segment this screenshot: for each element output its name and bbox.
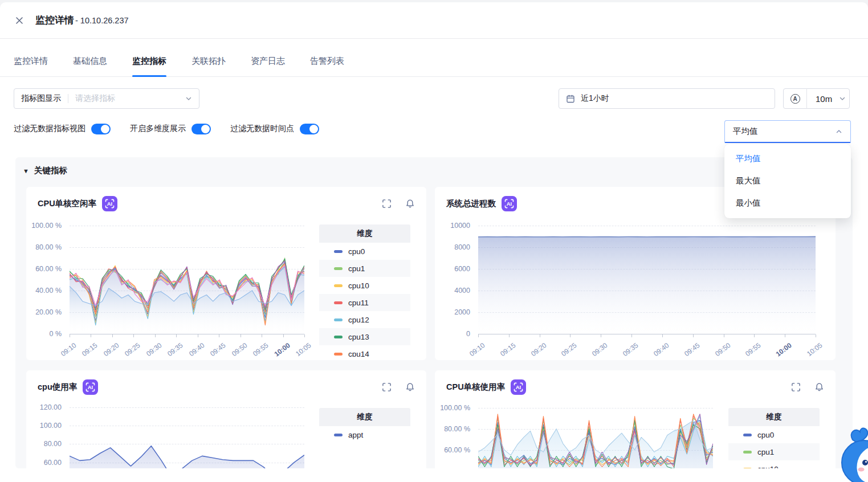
- legend-row-cpu0[interactable]: cpu0: [728, 426, 820, 443]
- metric-select-placeholder: 请选择指标: [75, 93, 185, 104]
- x-tick-label: 09:50: [230, 341, 248, 358]
- card-title-row: cpu使用率 AI: [38, 378, 415, 395]
- card-title-row: CPU单核使用率 AI: [446, 378, 824, 395]
- series-color-swatch: [743, 434, 752, 436]
- x-tick-label: 09:20: [529, 341, 548, 358]
- legend-row-cpu10[interactable]: cpu10: [319, 277, 410, 294]
- legend-row-cpu12[interactable]: cpu12: [319, 311, 410, 328]
- metric-chart-select[interactable]: 指标图显示 请选择指标: [14, 88, 199, 109]
- y-tick-label: 20.00 %: [35, 308, 62, 316]
- bottom-band: [0, 468, 868, 482]
- y-tick-label: 60.00: [44, 459, 62, 467]
- series-name: cpu0: [757, 431, 774, 439]
- series-color-swatch: [334, 267, 343, 270]
- legend-row-appt[interactable]: appt: [319, 426, 410, 443]
- svg-text:AI: AI: [88, 384, 93, 390]
- series-name: cpu14: [348, 350, 369, 357]
- legend-row-cpu11[interactable]: cpu11: [319, 294, 410, 311]
- toggle-filter-empty-metric-views: 过滤无数据指标视图: [14, 124, 111, 134]
- y-tick-label: 6000: [454, 265, 470, 273]
- svg-text:AI: AI: [516, 384, 521, 390]
- calendar-icon: [566, 94, 575, 103]
- chart-canvas: [70, 222, 304, 334]
- series-name: cpu11: [348, 299, 369, 307]
- series-color-swatch: [334, 353, 343, 356]
- series-name: cpu13: [348, 333, 369, 341]
- collapse-arrow-icon[interactable]: ▼: [23, 168, 29, 174]
- legend-rows: cpu0cpu1cpu10cpu11cpu12cpu13cpu14cpu15cp…: [319, 243, 410, 357]
- monitor-detail-page: 监控详情- 10.10.26.237 监控详情 基础信息 监控指标 关联拓扑 资…: [0, 0, 868, 482]
- x-tick-label: 09:45: [209, 341, 227, 358]
- time-range-picker[interactable]: 近1小时: [559, 88, 775, 109]
- tab-alarm-list[interactable]: 告警列表: [310, 46, 344, 76]
- dimension-legend: 维度 appt: [319, 408, 410, 463]
- tab-asset-log[interactable]: 资产日志: [251, 46, 285, 76]
- y-tick-label: 0: [466, 330, 470, 338]
- x-tick-label: 10:05: [294, 341, 312, 358]
- toggle-label: 过滤无数据指标视图: [14, 124, 85, 134]
- y-tick-label: 0 %: [49, 330, 62, 338]
- y-tick-label: 60.00 %: [35, 265, 62, 273]
- y-tick-label: 4000: [454, 287, 470, 295]
- series-color-swatch: [334, 301, 343, 304]
- refresh-interval-control[interactable]: A 10m: [783, 88, 850, 109]
- fullscreen-icon[interactable]: [791, 382, 801, 392]
- legend-row-cpu1[interactable]: cpu1: [728, 443, 820, 460]
- tab-related-topology[interactable]: 关联拓扑: [191, 46, 226, 76]
- dimension-legend: 维度 cpu0cpu1cpu10cpu11cpu12cpu13cpu14cpu1…: [319, 224, 410, 357]
- fullscreen-icon[interactable]: [382, 382, 392, 392]
- alarm-bell-icon[interactable]: [405, 382, 415, 392]
- auto-refresh-icon[interactable]: A: [784, 94, 806, 104]
- x-tick-label: 09:25: [560, 341, 578, 358]
- series-color-swatch: [743, 451, 752, 454]
- y-tick-label: 100.00: [40, 422, 62, 430]
- toggle-multi-dimension-display: 开启多维度展示: [130, 124, 211, 134]
- aggregate-select[interactable]: 平均值: [724, 120, 851, 143]
- y-tick-label: 10000: [450, 222, 470, 230]
- x-tick-label: 09:10: [468, 341, 486, 358]
- series-color-swatch: [334, 250, 343, 253]
- ai-analysis-icon[interactable]: AI: [511, 379, 526, 395]
- y-tick-label: 80.00 %: [35, 243, 62, 251]
- legend-row-cpu1[interactable]: cpu1: [319, 260, 410, 277]
- x-tick-label: 09:15: [499, 341, 517, 358]
- y-tick-label: 2000: [454, 308, 470, 316]
- legend-row-cpu14[interactable]: cpu14: [319, 345, 410, 357]
- alarm-bell-icon[interactable]: [814, 382, 824, 392]
- tab-bar: 监控详情 基础信息 监控指标 关联拓扑 资产日志 告警列表: [0, 46, 868, 77]
- tab-basic-info[interactable]: 基础信息: [73, 46, 107, 76]
- x-tick-label: 09:45: [683, 341, 701, 358]
- y-tick-label: 60.00 %: [444, 446, 470, 454]
- chevron-down-icon: [839, 95, 846, 102]
- assistant-mascot[interactable]: [833, 427, 868, 482]
- toggle-row: 过滤无数据指标视图 开启多维度展示 过滤无数据时间点: [14, 121, 339, 136]
- y-axis: 100.00 %80.00 %60.00 %40.00 %20.00 %0 %: [26, 222, 65, 334]
- chart-card-cpu-core-usage: CPU单核使用率 AI 100.00 %80.00 %60.00 % 09:10…: [435, 370, 836, 482]
- aggregate-option-min[interactable]: 最小值: [724, 192, 851, 214]
- toggle-switch-filter-empty-time-points[interactable]: [300, 124, 319, 134]
- x-tick-label: 09:20: [102, 341, 120, 358]
- legend-row-cpu13[interactable]: cpu13: [319, 328, 410, 345]
- close-icon[interactable]: [13, 14, 26, 27]
- ai-analysis-icon[interactable]: AI: [102, 196, 117, 211]
- toggle-label: 过滤无数据时间点: [230, 124, 294, 134]
- fullscreen-icon[interactable]: [382, 199, 392, 209]
- aggregate-option-max[interactable]: 最大值: [724, 170, 851, 192]
- tab-monitor-detail[interactable]: 监控详情: [14, 46, 48, 76]
- chart-title: CPU单核使用率: [446, 382, 505, 393]
- ai-analysis-icon[interactable]: AI: [502, 196, 517, 211]
- toggle-switch-filter-empty-metric-views[interactable]: [91, 124, 111, 134]
- x-axis: 09:1009:1509:2009:2509:3009:3509:4009:45…: [478, 337, 816, 360]
- ai-analysis-icon[interactable]: AI: [83, 379, 98, 395]
- alarm-bell-icon[interactable]: [405, 199, 415, 209]
- aggregate-dropdown-panel: 平均值 最大值 最小值: [724, 144, 851, 218]
- key-metrics-section-header[interactable]: ▼ 关键指标: [23, 165, 67, 176]
- y-tick-label: 80.00 %: [444, 425, 470, 433]
- aggregate-option-average[interactable]: 平均值: [724, 148, 851, 170]
- series-name: cpu10: [348, 281, 369, 290]
- svg-text:AI: AI: [107, 201, 113, 207]
- x-tick-label: 09:55: [744, 341, 762, 358]
- legend-row-cpu0[interactable]: cpu0: [319, 243, 410, 260]
- tab-monitor-metrics[interactable]: 监控指标: [132, 46, 166, 76]
- toggle-switch-multi-dimension-display[interactable]: [191, 124, 211, 134]
